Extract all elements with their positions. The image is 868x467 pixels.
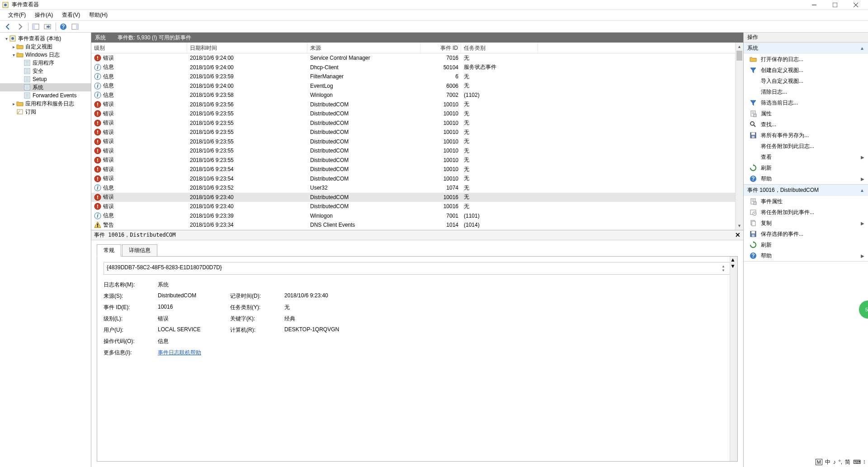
scroll-down-icon[interactable]: ▼ bbox=[730, 263, 737, 269]
menu-file[interactable]: 文件(F) bbox=[4, 10, 30, 20]
minimize-button[interactable] bbox=[804, 0, 825, 10]
event-row[interactable]: 信息2018/10/6 9:23:39Winlogon7001(1101) bbox=[91, 211, 735, 221]
menu-help[interactable]: 帮助(H) bbox=[85, 10, 112, 20]
collapse-icon[interactable]: ▲ bbox=[860, 188, 864, 193]
collapse-icon[interactable]: ▲ bbox=[860, 46, 864, 51]
svg-rect-38 bbox=[33, 24, 35, 29]
scroll-up-icon[interactable]: ▲ bbox=[736, 43, 743, 50]
event-row[interactable]: 错误2018/10/6 9:23:56DistributedCOM10010无 bbox=[91, 100, 735, 110]
event-row[interactable]: 信息2018/10/6 9:23:58Winlogon7002(1102) bbox=[91, 91, 735, 100]
action-attach-task-event[interactable]: 将任务附加到此事件... bbox=[744, 207, 868, 218]
action-properties[interactable]: 属性 bbox=[744, 108, 868, 119]
menu-action[interactable]: 操作(A) bbox=[30, 10, 57, 20]
tab-general[interactable]: 常规 bbox=[97, 244, 121, 257]
ime-settings-icon[interactable]: ⁝ bbox=[863, 459, 865, 465]
expand-icon[interactable]: ▸ bbox=[11, 101, 16, 106]
action-create-custom-view[interactable]: 创建自定义视图... bbox=[744, 65, 868, 76]
event-row[interactable]: 错误2018/10/6 9:23:40DistributedCOM10016无 bbox=[91, 202, 735, 211]
close-button[interactable] bbox=[845, 0, 866, 10]
event-row[interactable]: 错误2018/10/6 9:23:55DistributedCOM10010无 bbox=[91, 119, 735, 128]
ime-simp[interactable]: 简 bbox=[845, 458, 850, 466]
action-help[interactable]: 帮助▶ bbox=[744, 173, 868, 184]
toolbar-show-hide-tree[interactable] bbox=[30, 22, 41, 32]
column-level[interactable]: 级别 bbox=[91, 43, 187, 53]
ime-music-icon[interactable]: ♪ bbox=[833, 459, 836, 465]
actions-group-header[interactable]: 事件 10016，DistributedCOM ▲ bbox=[744, 185, 868, 196]
tree-windows-logs[interactable]: ▾ Windows 日志 bbox=[0, 51, 91, 59]
navigation-tree[interactable]: ▾ 事件查看器 (本地) ▸ 自定义视图 ▾ Windows 日志 应用程序 安… bbox=[0, 33, 91, 467]
detail-scrollbar[interactable]: ▲ ▼ bbox=[730, 257, 737, 462]
scroll-down-icon[interactable]: ▼ bbox=[736, 222, 743, 230]
action-clear-log[interactable]: 清除日志... bbox=[744, 86, 868, 97]
row-level: 错误 bbox=[103, 54, 114, 62]
ime-keyboard-icon[interactable]: ⌨ bbox=[853, 459, 861, 465]
tree-forwarded[interactable]: Forwarded Events bbox=[0, 91, 91, 100]
expand-icon[interactable]: ▾ bbox=[11, 52, 16, 57]
row-source: EventLog bbox=[307, 83, 420, 89]
event-scrollbar[interactable]: ▲ ▼ bbox=[735, 43, 743, 230]
event-row[interactable]: 信息2018/10/6 9:23:52User321074无 bbox=[91, 183, 735, 193]
event-row[interactable]: 信息2018/10/6 9:24:00EventLog6006无 bbox=[91, 81, 735, 91]
moreinfo-link[interactable]: 事件日志联机帮助 bbox=[158, 349, 226, 357]
row-category: 无 bbox=[461, 203, 538, 210]
info-icon bbox=[94, 82, 101, 90]
tree-root[interactable]: ▾ 事件查看器 (本地) bbox=[0, 34, 91, 43]
tree-subscriptions[interactable]: 订阅 bbox=[0, 108, 91, 116]
ime-lang[interactable]: 中 bbox=[825, 458, 830, 466]
toolbar-back[interactable] bbox=[3, 22, 14, 32]
expand-icon[interactable]: ▸ bbox=[11, 44, 16, 49]
tree-label: 订阅 bbox=[25, 108, 36, 116]
event-row[interactable]: 错误2018/10/6 9:24:00Service Control Manag… bbox=[91, 53, 735, 63]
expand-icon[interactable]: ▾ bbox=[4, 36, 9, 41]
ime-punct-icon[interactable]: °, bbox=[839, 459, 842, 465]
spin-icon[interactable]: ▲▼ bbox=[722, 264, 728, 272]
action-find[interactable]: 查找... bbox=[744, 119, 868, 130]
action-open-saved-log[interactable]: 打开保存的日志... bbox=[744, 54, 868, 65]
column-datetime[interactable]: 日期和时间 bbox=[187, 43, 307, 53]
action-refresh-event[interactable]: 刷新 bbox=[744, 239, 868, 250]
toolbar-panel[interactable] bbox=[70, 22, 80, 32]
event-row[interactable]: 错误2018/10/6 9:23:55DistributedCOM10010无 bbox=[91, 137, 735, 147]
action-filter-current-log[interactable]: 筛选当前日志... bbox=[744, 97, 868, 108]
action-save-all-events[interactable]: 将所有事件另存为... bbox=[744, 130, 868, 141]
column-eventid[interactable]: 事件 ID bbox=[420, 43, 461, 53]
action-view[interactable]: 查看▶ bbox=[744, 152, 868, 162]
maximize-button[interactable] bbox=[825, 0, 845, 10]
event-row[interactable]: 错误2018/10/6 9:23:55DistributedCOM10010无 bbox=[91, 146, 735, 156]
action-copy[interactable]: 复制▶ bbox=[744, 218, 868, 229]
tree-apps-services[interactable]: ▸ 应用程序和服务日志 bbox=[0, 100, 91, 108]
action-event-properties[interactable]: 事件属性 bbox=[744, 196, 868, 207]
event-row[interactable]: 错误2018/10/6 9:23:54DistributedCOM10010无 bbox=[91, 174, 735, 184]
toolbar-export[interactable] bbox=[42, 22, 53, 32]
scroll-up-icon[interactable]: ▲ bbox=[730, 257, 737, 263]
action-attach-task-log[interactable]: 将任务附加到此日志... bbox=[744, 141, 868, 152]
column-category[interactable]: 任务类别 bbox=[461, 43, 538, 53]
tab-details[interactable]: 详细信息 bbox=[122, 244, 157, 257]
tree-setup[interactable]: Setup bbox=[0, 75, 91, 83]
menu-view[interactable]: 查看(V) bbox=[57, 10, 85, 20]
column-source[interactable]: 来源 bbox=[307, 43, 420, 53]
tree-system[interactable]: 系统 bbox=[0, 83, 91, 91]
event-row[interactable]: 错误2018/10/6 9:23:55DistributedCOM10010无 bbox=[91, 128, 735, 137]
event-row[interactable]: 错误2018/10/6 9:23:55DistributedCOM10010无 bbox=[91, 109, 735, 119]
scroll-thumb[interactable] bbox=[736, 51, 742, 61]
row-eventid: 6 bbox=[420, 73, 461, 80]
event-row[interactable]: 错误2018/10/6 9:23:40DistributedCOM10016无 bbox=[91, 193, 735, 202]
event-row[interactable]: 警告2018/10/6 9:23:34DNS Client Events1014… bbox=[91, 220, 735, 230]
action-refresh[interactable]: 刷新 bbox=[744, 162, 868, 173]
tree-security[interactable]: 安全 bbox=[0, 67, 91, 75]
event-row[interactable]: 错误2018/10/6 9:23:54DistributedCOM10010无 bbox=[91, 165, 735, 174]
tree-custom-views[interactable]: ▸ 自定义视图 bbox=[0, 43, 91, 51]
action-help-event[interactable]: 帮助▶ bbox=[744, 250, 868, 261]
toolbar-help[interactable] bbox=[58, 22, 69, 32]
action-save-selected[interactable]: 保存选择的事件... bbox=[744, 229, 868, 239]
action-import-custom-view[interactable]: 导入自定义视图... bbox=[744, 76, 868, 86]
actions-group-header[interactable]: 系统 ▲ bbox=[744, 43, 868, 54]
event-row[interactable]: 信息2018/10/6 9:24:00Dhcp-Client50104服务状态事… bbox=[91, 63, 735, 72]
detail-close-button[interactable]: ✕ bbox=[735, 231, 741, 238]
toolbar-forward[interactable] bbox=[14, 22, 25, 32]
tree-application[interactable]: 应用程序 bbox=[0, 59, 91, 67]
event-row[interactable]: 信息2018/10/6 9:23:59FilterManager6无 bbox=[91, 72, 735, 81]
event-row[interactable]: 错误2018/10/6 9:23:55DistributedCOM10010无 bbox=[91, 156, 735, 165]
ime-mode-icon[interactable]: M bbox=[816, 459, 822, 465]
